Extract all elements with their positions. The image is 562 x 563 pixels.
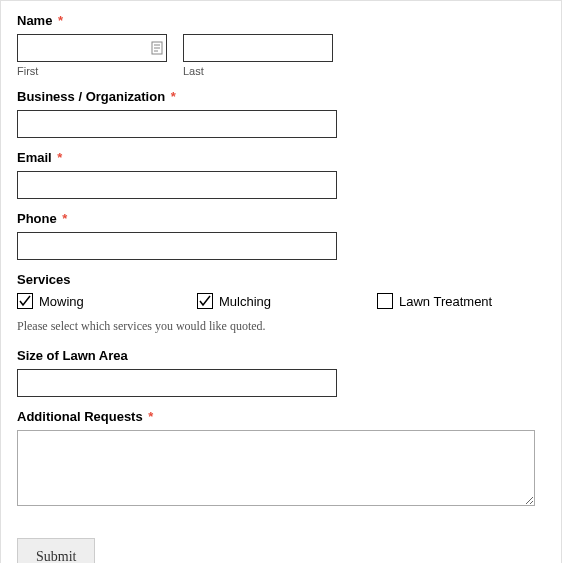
first-name-sublabel: First <box>17 65 167 77</box>
quote-form: Name * First Last Business / Organizatio… <box>0 0 562 563</box>
service-item-mulching: Mulching <box>197 293 357 309</box>
last-name-sublabel: Last <box>183 65 333 77</box>
checkbox-mulching[interactable] <box>197 293 213 309</box>
phone-group: Phone * <box>17 211 545 260</box>
required-marker: * <box>62 211 67 226</box>
submit-button[interactable]: Submit <box>17 538 95 563</box>
email-input[interactable] <box>17 171 337 199</box>
name-label: Name * <box>17 13 545 28</box>
services-label-text: Services <box>17 272 71 287</box>
lawn-size-label-text: Size of Lawn Area <box>17 348 128 363</box>
required-marker: * <box>148 409 153 424</box>
last-name-input[interactable] <box>183 34 333 62</box>
business-label: Business / Organization * <box>17 89 545 104</box>
check-icon <box>19 295 31 307</box>
email-label-text: Email <box>17 150 52 165</box>
phone-input[interactable] <box>17 232 337 260</box>
additional-label: Additional Requests * <box>17 409 545 424</box>
email-label: Email * <box>17 150 545 165</box>
first-name-col: First <box>17 34 167 77</box>
additional-group: Additional Requests * <box>17 409 545 510</box>
business-group: Business / Organization * <box>17 89 545 138</box>
service-label-mowing: Mowing <box>39 294 84 309</box>
business-label-text: Business / Organization <box>17 89 165 104</box>
additional-textarea[interactable] <box>17 430 535 506</box>
required-marker: * <box>171 89 176 104</box>
phone-label: Phone * <box>17 211 545 226</box>
services-hint: Please select which services you would l… <box>17 319 545 334</box>
service-item-mowing: Mowing <box>17 293 177 309</box>
services-group: Services Mowing Mulching Lawn Treatment <box>17 272 545 334</box>
lawn-size-input[interactable] <box>17 369 337 397</box>
service-label-mulching: Mulching <box>219 294 271 309</box>
name-row: First Last <box>17 34 545 77</box>
additional-label-text: Additional Requests <box>17 409 143 424</box>
service-label-lawn-treatment: Lawn Treatment <box>399 294 492 309</box>
name-group: Name * First Last <box>17 13 545 77</box>
services-label: Services <box>17 272 545 287</box>
checkbox-mowing[interactable] <box>17 293 33 309</box>
lawn-size-label: Size of Lawn Area <box>17 348 545 363</box>
required-marker: * <box>58 13 63 28</box>
first-name-wrap <box>17 34 167 62</box>
check-icon <box>199 295 211 307</box>
phone-label-text: Phone <box>17 211 57 226</box>
service-item-lawn-treatment: Lawn Treatment <box>377 293 537 309</box>
business-input[interactable] <box>17 110 337 138</box>
name-label-text: Name <box>17 13 52 28</box>
lawn-size-group: Size of Lawn Area <box>17 348 545 397</box>
email-group: Email * <box>17 150 545 199</box>
services-row: Mowing Mulching Lawn Treatment <box>17 293 545 309</box>
first-name-input[interactable] <box>17 34 167 62</box>
last-name-col: Last <box>183 34 333 77</box>
checkbox-lawn-treatment[interactable] <box>377 293 393 309</box>
required-marker: * <box>57 150 62 165</box>
